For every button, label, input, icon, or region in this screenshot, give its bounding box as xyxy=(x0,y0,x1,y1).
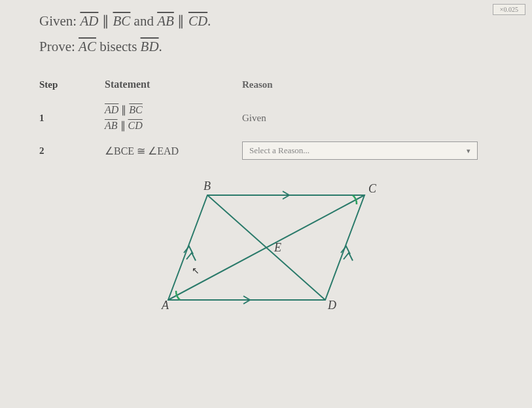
conj-and: and xyxy=(134,13,154,29)
reason-cell: Given xyxy=(242,113,506,124)
vertex-label-c: C xyxy=(368,182,377,195)
angle-name: BCE xyxy=(114,145,134,157)
table-row: 2 ∠BCE ≅ ∠EAD Select a Reason... ▾ xyxy=(39,138,506,164)
prove-line: Prove: AC bisects BD. xyxy=(39,39,506,55)
statement-line: AB ∥ CD xyxy=(105,118,242,134)
statement-cell: AD ∥ BC AB ∥ CD xyxy=(105,102,242,134)
seg: AD xyxy=(105,104,118,115)
angle-name: EAD xyxy=(157,145,179,157)
seg: BC xyxy=(129,104,142,115)
vertex-label-a: A xyxy=(161,299,169,312)
step-number: 2 xyxy=(39,145,105,157)
parallelogram-figure: B C D A E ↖ xyxy=(155,176,391,320)
parallel-symbol: ∥ xyxy=(102,13,113,28)
top-badge: ×0.025 xyxy=(493,4,525,15)
given-label: Given: xyxy=(39,13,77,29)
table-row: 1 AD ∥ BC AB ∥ CD Given xyxy=(39,98,506,138)
cursor-icon: ↖ xyxy=(192,266,200,276)
reason-select-dropdown[interactable]: Select a Reason... ▾ xyxy=(242,141,478,160)
period: . xyxy=(159,39,162,54)
parallel-symbol: ∥ xyxy=(120,120,126,131)
seg-cd: CD xyxy=(188,13,207,29)
diagonal-bd xyxy=(207,195,325,300)
given-line: Given: AD ∥ BC and AB ∥ CD. xyxy=(39,13,506,29)
vertex-label-d: D xyxy=(327,299,336,312)
seg-ab: AB xyxy=(157,13,174,29)
chevron-down-icon: ▾ xyxy=(467,147,470,155)
page-content: Given: AD ∥ BC and AB ∥ CD. Prove: AC bi… xyxy=(0,0,532,326)
congruent-symbol: ≅ xyxy=(137,145,145,157)
header-statement: Statement xyxy=(105,79,242,90)
header-step: Step xyxy=(39,79,105,90)
proof-table: Step Statement Reason 1 AD ∥ BC AB ∥ CD … xyxy=(39,75,506,164)
parallel-symbol: ∥ xyxy=(177,13,188,28)
statement-line: AD ∥ BC xyxy=(105,102,242,118)
header-reason: Reason xyxy=(242,79,506,90)
statement-cell: ∠BCE ≅ ∠EAD xyxy=(105,145,242,157)
parallel-symbol: ∥ xyxy=(121,104,126,115)
prove-label: Prove: xyxy=(39,39,75,54)
period: . xyxy=(207,13,211,29)
seg-bd: BD xyxy=(141,39,159,54)
vertex-label-b: B xyxy=(204,179,211,193)
reason-select-placeholder: Select a Reason... xyxy=(249,145,310,156)
seg: AB xyxy=(105,120,118,131)
seg-ad: AD xyxy=(80,13,98,29)
seg-ac: AC xyxy=(79,39,96,54)
seg-bc: BC xyxy=(113,13,131,29)
vertex-label-e: E xyxy=(274,241,281,254)
seg: CD xyxy=(128,120,143,131)
angle-symbol: ∠ xyxy=(105,145,114,157)
prove-verb: bisects xyxy=(99,39,137,54)
step-number: 1 xyxy=(39,113,105,124)
reason-cell: Select a Reason... ▾ xyxy=(242,141,506,160)
figure-container: B C D A E ↖ xyxy=(39,176,506,320)
table-header-row: Step Statement Reason xyxy=(39,75,506,94)
angle-symbol: ∠ xyxy=(148,145,157,157)
